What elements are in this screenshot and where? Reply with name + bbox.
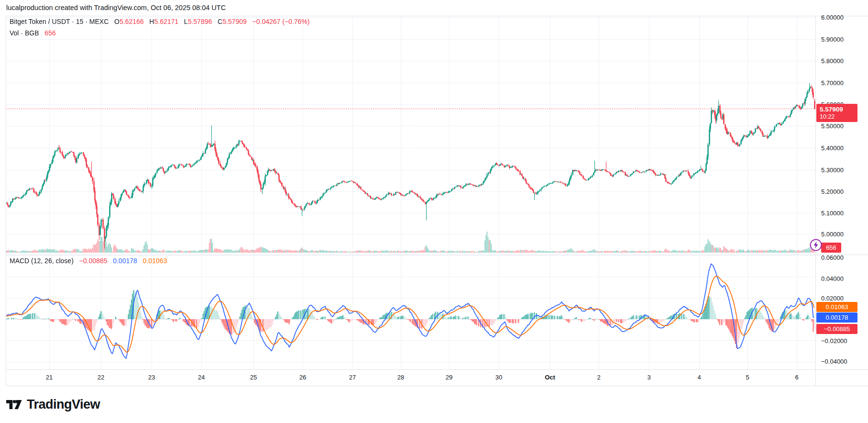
price-axis-label: 5.70000 [821,79,844,87]
tradingview-snapshot: lucalproduction created with TradingView… [0,0,868,423]
macd-pane-canvas[interactable] [6,255,815,369]
time-label: 5 [746,374,749,381]
time-label: 25 [250,374,257,381]
time-label: 22 [98,374,104,381]
macd-hist-badge-value: −0.00885 [824,325,850,333]
macd-axis-label: 0.06000 [821,254,844,261]
legend-sep: · [72,18,76,25]
ohlc-low-label: L [184,18,188,25]
change-value: −0.04267 (−0.76%) [253,18,310,25]
legend-sep2: · [85,18,89,25]
volume-badge: 656 [821,243,841,253]
macd-signal-badge-value: 0.01063 [826,303,848,311]
last-price-badge: 5.57909 10:22 [816,104,857,122]
volume-legend-label: Vol · BGB [10,29,39,37]
macd-axis-label: 0.02000 [821,295,844,302]
macd-legend-label: MACD (12, 26, close) [10,257,74,265]
chart-bottom-border [6,386,868,386]
macd-line-badge-value: 0.00178 [826,314,848,321]
ohlc-close-label: C [218,18,222,25]
time-label: 2 [597,374,600,381]
ohlc-open-label: O [114,18,120,25]
time-label: 24 [198,374,205,381]
macd-legend[interactable]: MACD (12, 26, close) −0.00885 0.00178 0.… [10,257,167,265]
price-axis-label: 5.00000 [821,231,844,238]
price-axis-label: 5.80000 [821,57,844,65]
symbol-exchange: MEXC [89,18,109,25]
macd-line-badge: 0.00178 [816,312,857,323]
time-label: 27 [349,374,356,381]
macd-hist-badge: −0.00885 [816,324,857,334]
price-pane-canvas[interactable] [6,16,815,255]
time-label: 21 [46,374,53,381]
time-label: 26 [299,374,306,381]
time-label: 6 [795,374,798,381]
tradingview-logo-text: TradingView [27,397,100,412]
time-label-month: Oct [545,374,555,381]
lightning-alert-icon[interactable] [810,239,822,251]
bar-countdown: 10:22 [820,113,835,121]
time-label: 30 [495,374,502,381]
last-price-value: 5.57909 [820,105,843,113]
ohlc-low-value: 5.57896 [188,18,212,25]
symbol-legend[interactable]: Bitget Token / USDT · 15 · MEXC O5.62166… [10,18,309,25]
macd-axis-label: −0.02000 [821,337,847,345]
macd-axis-label: 0.04000 [821,275,844,282]
price-axis-label: 6.00000 [821,14,844,21]
symbol-title[interactable]: Bitget Token / USDT [10,18,70,25]
symbol-interval[interactable]: 15 [76,18,84,25]
price-axis-label: 5.20000 [821,188,844,195]
volume-badge-value: 656 [826,244,836,251]
ohlc-high-label: H [149,18,154,25]
time-label: 29 [446,374,452,381]
attribution-text: lucalproduction created with TradingView… [6,4,226,11]
volume-legend-value: 656 [44,29,55,37]
price-scale-border [815,16,816,386]
time-label: 4 [697,374,701,381]
time-label: 3 [647,374,650,381]
price-axis-label: 5.40000 [821,145,844,152]
price-axis-label: 5.30000 [821,167,844,174]
time-label: 28 [397,374,404,381]
tradingview-logo[interactable]: TradingView [6,397,100,412]
price-axis-label: 5.10000 [821,210,844,217]
ohlc-open-value: 5.62166 [120,18,144,25]
price-axis-label: 5.50000 [821,122,844,130]
macd-hist-value: −0.00885 [79,257,108,265]
ohlc-high-value: 5.62171 [154,18,178,25]
macd-signal-badge: 0.01063 [816,302,857,312]
time-label: 23 [148,374,155,381]
time-axis-border [6,369,868,370]
ohlc-close-value: 5.57909 [222,18,247,25]
price-axis-label: 5.90000 [821,36,844,43]
macd-signal-value: 0.01063 [143,257,167,265]
macd-axis-label: −0.04000 [821,358,847,365]
volume-legend[interactable]: Vol · BGB 656 [10,29,56,37]
macd-line-value: 0.00178 [113,257,137,265]
tradingview-mark-icon [6,398,22,411]
